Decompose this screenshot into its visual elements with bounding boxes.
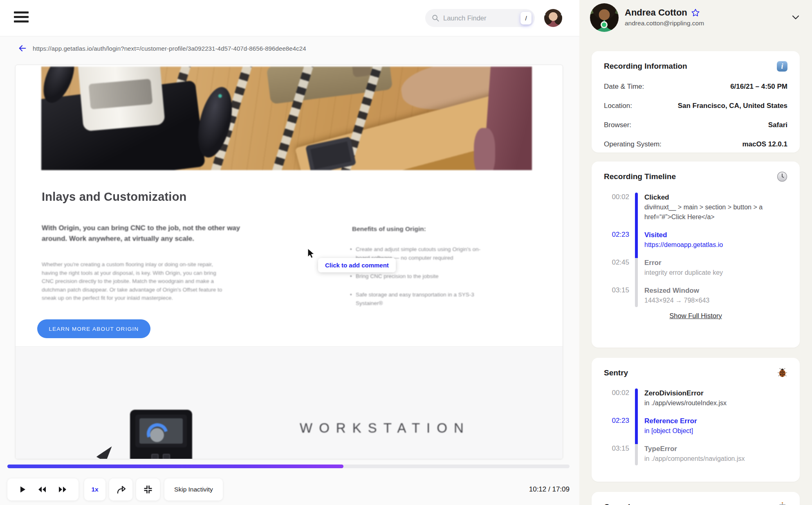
show-full-history-link[interactable]: Show Full History xyxy=(604,312,787,320)
chevron-down-icon[interactable] xyxy=(791,12,801,22)
topbar-avatar[interactable] xyxy=(544,9,562,27)
shaper-origin-machine xyxy=(130,410,192,459)
info-icon: i xyxy=(777,61,787,72)
sentry-card: Sentry 00:02 ZeroDivisionError in ./app/… xyxy=(592,358,800,482)
timeline-list: 00:02 Clicked div#nuxt__ > main > sectio… xyxy=(604,193,787,307)
event-title: Visited xyxy=(644,230,723,240)
workstation-logo: WORKSTATION xyxy=(300,420,470,436)
info-value: San Francisco, CA, United States xyxy=(678,102,787,110)
event-title: TypeError xyxy=(644,444,745,454)
event-title: Reference Error xyxy=(644,416,697,426)
event-time: 02:23 xyxy=(604,416,635,444)
star-icon[interactable] xyxy=(691,8,700,17)
recording-timeline-title: Recording Timeline xyxy=(604,172,676,181)
event-detail: 1443×924 → 798×643 xyxy=(644,296,709,305)
event-time: 03:15 xyxy=(604,444,635,465)
learn-more-button: LEARN MORE ABOUT ORIGIN xyxy=(37,319,150,338)
sentry-list: 00:02 ZeroDivisionError in ./app/views/r… xyxy=(604,388,787,465)
info-value: 6/16/21 – 4:50 PM xyxy=(730,83,787,91)
recorded-url: https://app.getatlas.io/auth/login?next=… xyxy=(33,45,306,52)
event-title: ZeroDivisionError xyxy=(644,388,727,398)
machine-screen xyxy=(135,415,187,447)
session-replay-app: / https://app.getatlas.io/auth/login?nex… xyxy=(0,0,812,505)
woodworking-hero-image xyxy=(41,67,532,170)
event-detail: integrity error duplicate key xyxy=(644,268,723,278)
info-value: macOS 12.0.1 xyxy=(742,140,787,148)
details-sidebar: Andrea Cotton andrea.cotton@rippling.com… xyxy=(579,0,812,505)
user-email: andrea.cotton@rippling.com xyxy=(625,20,704,27)
event-bar xyxy=(635,416,638,444)
search-input[interactable] xyxy=(443,14,520,22)
sentry-title: Sentry xyxy=(604,368,628,377)
collapse-corners-icon xyxy=(143,485,153,494)
event-detail: div#nuxt__ > main > section > button > a… xyxy=(644,202,779,222)
info-label: Operating System: xyxy=(604,140,662,148)
menu-icon[interactable] xyxy=(14,11,29,24)
search-icon xyxy=(432,14,439,22)
recording-information-card: Recording Information i Date & Time:6/16… xyxy=(592,51,800,153)
event-time: 00:02 xyxy=(604,193,635,230)
event-title: Clicked xyxy=(644,193,779,202)
sentry-event: 00:02 ZeroDivisionError in ./app/views/r… xyxy=(604,388,787,416)
console-card: Console xyxy=(592,492,800,505)
playback-time: 10:12 / 17:09 xyxy=(447,485,570,494)
play-icon xyxy=(18,485,27,494)
event-time: 02:23 xyxy=(604,230,635,258)
person-arm-fold xyxy=(474,128,495,170)
playback-progress-bar[interactable] xyxy=(7,465,570,468)
event-detail: in [object Object] xyxy=(644,426,697,436)
router-motor xyxy=(89,79,153,109)
benefits-list: Create and adjust simple cutouts using O… xyxy=(350,245,489,317)
event-link[interactable]: https://demoapp.getatlas.io xyxy=(644,240,723,250)
benefits-title: Benefits of using Origin: xyxy=(352,225,426,233)
info-label: Location: xyxy=(604,102,632,110)
event-detail: in ./app/views/routeIndex.jsx xyxy=(644,398,727,408)
info-label: Browser: xyxy=(604,121,631,129)
info-value: Safari xyxy=(768,121,787,129)
replay-panel: https://app.getatlas.io/auth/login?next=… xyxy=(0,36,579,505)
machine-button xyxy=(151,454,159,459)
site-intro-bold: With Origin, you can bring CNC to the jo… xyxy=(42,223,248,244)
site-intro-body: Whether you're creating a custom floorin… xyxy=(42,260,225,303)
play-button[interactable] xyxy=(18,485,27,494)
event-time: 02:45 xyxy=(604,258,635,286)
collapse-view-button[interactable] xyxy=(136,478,160,501)
fast-forward-icon xyxy=(58,485,67,494)
transport-controls xyxy=(7,478,79,501)
event-bar xyxy=(635,444,638,465)
playback-speed-button[interactable]: 1x xyxy=(84,478,105,501)
machine-display xyxy=(139,418,183,444)
timeline-event: 02:45 Error integrity error duplicate ke… xyxy=(604,258,787,286)
session-cursor-icon xyxy=(307,248,316,259)
event-detail: in ./app/components/navigation.jsx xyxy=(644,454,745,464)
share-button[interactable] xyxy=(109,478,132,501)
share-arrow-icon xyxy=(116,485,126,494)
event-bar xyxy=(635,286,638,307)
user-name-row: Andrea Cotton xyxy=(625,7,700,18)
playback-progress-fill xyxy=(7,465,343,468)
machine-button xyxy=(163,454,170,459)
sentry-event: 03:15 TypeError in ./app/components/navi… xyxy=(604,444,787,465)
launch-finder-search[interactable]: / xyxy=(425,9,535,27)
event-bar xyxy=(635,388,638,416)
skip-inactivity-button[interactable]: Skip Inactivity xyxy=(164,478,223,501)
back-arrow-icon[interactable] xyxy=(18,44,27,53)
robot-icon xyxy=(777,502,787,505)
topbar: / xyxy=(0,0,579,36)
workstation-section: WORKSTATION xyxy=(16,346,563,459)
replay-viewport[interactable]: Inlays and Customization With Origin, yo… xyxy=(15,65,563,459)
event-bar xyxy=(635,193,638,230)
rewind-icon xyxy=(37,485,47,494)
timeline-event: 03:15 Resized Window 1443×924 → 798×643 xyxy=(604,286,787,307)
image-fragment xyxy=(96,443,116,459)
recording-timeline-card: Recording Timeline 00:02 Clicked div#nux… xyxy=(592,162,800,348)
slash-shortcut-key: / xyxy=(520,12,532,25)
site-heading: Inlays and Customization xyxy=(42,190,186,204)
sentry-event: 02:23 Reference Error in [object Object] xyxy=(604,416,787,444)
clock-icon xyxy=(777,171,787,182)
fast-forward-button[interactable] xyxy=(58,485,67,494)
rewind-button[interactable] xyxy=(37,485,47,494)
console-title: Console xyxy=(604,503,635,505)
add-comment-tooltip[interactable]: Click to add comment xyxy=(318,258,396,272)
timeline-event: 00:02 Clicked div#nuxt__ > main > sectio… xyxy=(604,193,787,230)
